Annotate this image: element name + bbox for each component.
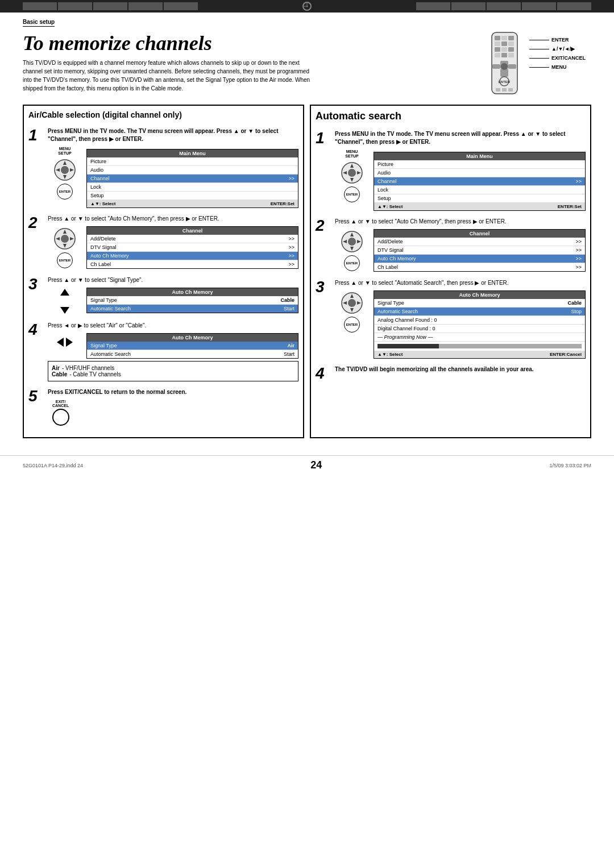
left-step1-main-menu: Main Menu Picture Audio Channel>> Lock S… <box>86 149 298 208</box>
right-enter-circle3: ENTER <box>344 317 360 333</box>
left-step5: 5 Press EXIT/CANCEL to return to the nor… <box>28 388 298 426</box>
auto-search-row: Automatic SearchStart <box>87 305 298 313</box>
svg-rect-1 <box>495 36 500 40</box>
right-step1-menu-footer: ▲▼: Select ENTER:Set <box>374 203 585 210</box>
svg-rect-22 <box>508 88 513 92</box>
right-step3-footer: ▲▼: Select ENTER:Cancel <box>374 351 585 358</box>
title-right: ENTER ENTER ▲/▼/◄/▶ <box>478 31 591 98</box>
r-menu-channel: Channel>> <box>374 177 585 186</box>
target-icon <box>302 2 312 11</box>
remote-labels: ENTER ▲/▼/◄/▶ EXIT/CANCEL MENU <box>529 31 586 70</box>
header-segments-left <box>23 2 198 10</box>
left-step3-remote-area: Auto Ch Memory Signal TypeCable Automati… <box>48 288 298 315</box>
menu-lock: Lock <box>87 183 298 192</box>
enter-line <box>529 40 549 40</box>
page-title: To memorize channels <box>23 31 466 55</box>
r-menu-picture: Picture <box>374 160 585 169</box>
left-section-header: Air/Cable selection (digital channel onl… <box>28 110 298 122</box>
menu-line <box>529 67 549 68</box>
right-step3-auto-ch-container: Auto Ch Memory Signal TypeCable Automati… <box>374 290 586 359</box>
r-menu-setup: Setup <box>374 194 585 203</box>
air-cable-note: Air - VHF/UHF channels Cable - Cable TV … <box>48 361 298 381</box>
enter-circle2: ENTER <box>57 252 73 268</box>
exit-circle <box>52 409 69 426</box>
progress-fill <box>377 344 439 348</box>
right-step2-channel-container: Channel Add/Delete>> DTV Signal>> Auto C… <box>374 229 586 272</box>
right-step2-mini-remote: ENTER <box>335 229 369 272</box>
left-step2-remote-area: ENTER Channel Add/Delete>> DTV Signal>> … <box>48 226 298 269</box>
left-step4-auto-ch-container: Auto Ch Memory Signal TypeAir Automatic … <box>86 333 298 359</box>
top-header-bar <box>0 0 614 13</box>
right-step1-instruction: Press MENU in the TV mode. The TV menu s… <box>335 130 586 146</box>
two-column-layout: Air/Cable selection (digital channel onl… <box>23 105 591 438</box>
right-step1-remote-svg <box>339 160 364 185</box>
svg-text:ENTER: ENTER <box>499 80 511 84</box>
air-desc: - VHF/UHF channels <box>62 365 114 371</box>
remote-enter-label: ENTER <box>529 37 586 43</box>
right-step3-remote-area: ENTER Auto Ch Memory Signal TypeCable Au… <box>335 290 586 359</box>
r-ch-dtv-signal: DTV Signal>> <box>374 246 585 255</box>
svg-rect-15 <box>492 64 500 69</box>
svg-point-30 <box>61 235 69 243</box>
header-segments-right <box>416 2 591 10</box>
exit-remote-area: EXIT/CANCEL <box>48 400 298 426</box>
r-footer-enter-cancel: ENTER:Cancel <box>550 352 582 357</box>
menu-setup: Setup <box>87 192 298 200</box>
right-step4-number: 4 <box>316 366 331 381</box>
right-arrow <box>66 338 73 347</box>
left-step2: 2 Press ▲ or ▼ to select "Auto Ch Memory… <box>28 215 298 269</box>
nav-text: ▲/▼/◄/▶ <box>551 46 575 52</box>
footer-select: ▲▼: Select <box>90 201 115 206</box>
right-step3: 3 Press ▲ or ▼ to select "Automatic Sear… <box>316 279 586 359</box>
left-step1: 1 Press MENU in the TV mode. The TV menu… <box>28 127 298 208</box>
left-step1-instruction: Press MENU in the TV mode. The TV menu s… <box>48 127 298 143</box>
left-step3-content: Press ▲ or ▼ to select "Signal Type". Au… <box>48 276 298 315</box>
auto-ch-title-2: Auto Ch Memory <box>87 334 298 342</box>
svg-rect-9 <box>508 47 514 52</box>
right-step1-menu-container: Main Menu Picture Audio Channel>> Lock S… <box>374 149 586 211</box>
left-step5-number: 5 <box>28 388 44 426</box>
cable-label: Cable <box>52 371 67 377</box>
left-step1-menu-container: Main Menu Picture Audio Channel>> Lock S… <box>86 147 298 208</box>
left-column: Air/Cable selection (digital channel onl… <box>23 105 304 438</box>
left-right-arrows <box>57 338 73 347</box>
right-step4: 4 The TV/DVD will begin memorizing all t… <box>316 366 586 381</box>
svg-rect-10 <box>495 53 500 57</box>
left-step1-remote-area: MENUSETUP ENTER <box>48 147 298 208</box>
r-menu-audio: Audio <box>374 169 585 177</box>
svg-point-42 <box>348 238 356 246</box>
svg-rect-14 <box>508 64 516 69</box>
footer-right-text: 1/5/09 3:03:02 PM <box>549 463 591 468</box>
cable-desc: - Cable TV channels <box>69 371 121 377</box>
left-step1-content: Press MENU in the TV mode. The TV menu s… <box>48 127 298 208</box>
left-step4-instruction: Press ◄ or ▶ to select "Air" or "Cable". <box>48 322 298 330</box>
ch-dtv-signal: DTV Signal>> <box>87 243 298 252</box>
right-step4-content: The TV/DVD will begin memorizing all the… <box>335 366 586 381</box>
footer-enter: ENTER:Set <box>271 201 294 206</box>
left-step1-menu-footer: ▲▼: Select ENTER:Set <box>87 200 298 207</box>
title-section: To memorize channels This TV/DVD is equi… <box>23 31 591 98</box>
seg3 <box>93 2 127 10</box>
left-step1-remote-label: MENUSETUP <box>58 147 71 156</box>
right-step2-remote-area: ENTER Channel Add/Delete>> DTV Signal>> … <box>335 229 586 272</box>
right-step2: 2 Press ▲ or ▼ to select "Auto Ch Memory… <box>316 218 586 272</box>
svg-rect-8 <box>501 47 507 52</box>
svg-rect-7 <box>495 47 500 52</box>
remote-nav-label: ▲/▼/◄/▶ <box>529 46 586 52</box>
right-step4-instruction: The TV/DVD will begin memorizing all the… <box>335 366 586 373</box>
svg-rect-3 <box>508 36 514 40</box>
seg8 <box>487 2 521 10</box>
seg4 <box>128 2 163 10</box>
svg-rect-2 <box>501 36 507 40</box>
menu-audio: Audio <box>87 166 298 175</box>
right-column: Automatic search 1 Press MENU in the TV … <box>310 105 591 438</box>
left-step1-remote-svg <box>52 157 77 182</box>
left-arrow <box>57 338 64 347</box>
auto-ch-title-1: Auto Ch Memory <box>87 288 298 296</box>
right-step3-mini-remote: ENTER <box>335 290 369 334</box>
r-menu-lock: Lock <box>374 186 585 194</box>
r-footer-select: ▲▼: Select <box>377 352 403 357</box>
r-footer-enter: ENTER:Set <box>558 204 582 209</box>
right-step2-channel-menu: Channel Add/Delete>> DTV Signal>> Auto C… <box>374 229 586 272</box>
arrow-down-1 <box>60 307 69 314</box>
